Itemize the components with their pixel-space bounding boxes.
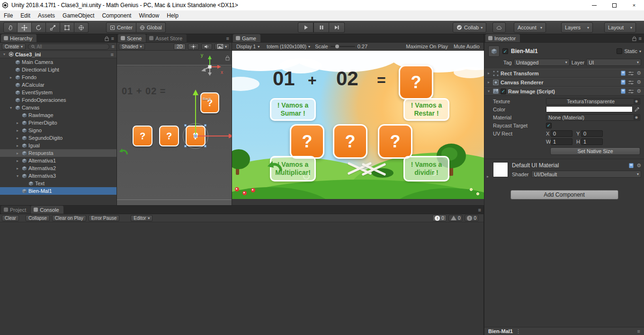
rotate-tool-button[interactable]: [32, 22, 46, 33]
fold-arrow[interactable]: ▾: [486, 89, 491, 93]
fold-arrow[interactable]: ▸: [15, 136, 20, 140]
help-book-icon[interactable]: [621, 80, 626, 85]
preset-icon[interactable]: [628, 89, 634, 94]
gear-icon[interactable]: ⚙: [636, 88, 641, 94]
scene-effects-button[interactable]: ▾: [215, 44, 230, 50]
tag-dropdown[interactable]: Untagged ▾: [514, 59, 570, 66]
pause-button[interactable]: [313, 22, 329, 33]
layout-dropdown[interactable]: Layout ▾: [604, 22, 636, 33]
hierarchy-item[interactable]: RawImage: [0, 111, 116, 119]
hierarchy-item[interactable]: Bien-Mal1: [0, 187, 116, 195]
tab-console[interactable]: Console: [31, 206, 63, 214]
gear-icon[interactable]: ⚙: [636, 163, 641, 169]
minimize-button[interactable]: [584, 0, 604, 10]
lock-icon[interactable]: [632, 36, 636, 41]
pivot-toggle-button[interactable]: Center: [106, 22, 136, 33]
menu-item[interactable]: Help: [163, 10, 182, 21]
option-tile-button[interactable]: ?: [290, 124, 324, 159]
fold-arrow[interactable]: ▸: [15, 144, 20, 148]
shader-dropdown[interactable]: UI/Default ▾: [531, 171, 641, 178]
scene-viewport[interactable]: 01 + 02 = ? Back ? ? ?: [117, 51, 232, 205]
rect-handle[interactable]: [184, 145, 187, 147]
scene-orientation-gizmo[interactable]: y x: [196, 53, 224, 81]
component-enabled-checkbox[interactable]: ✓: [501, 89, 506, 94]
menu-item[interactable]: File: [0, 10, 17, 21]
scene-audio-button[interactable]: [201, 44, 212, 50]
layers-dropdown[interactable]: Layers ▾: [561, 22, 593, 33]
color-swatch[interactable]: [546, 106, 633, 112]
hierarchy-item[interactable]: ▾ Alternativa3: [0, 172, 116, 180]
game-back-button[interactable]: [266, 160, 282, 174]
option-tile-button[interactable]: ?: [378, 124, 412, 159]
static-dropdown[interactable]: Static ▾: [617, 48, 641, 54]
texture-object-field[interactable]: TexturaTransparente ◉: [546, 98, 640, 105]
rect-handle[interactable]: [204, 124, 206, 127]
preview-drag-handle[interactable]: ≡: [637, 328, 640, 334]
resolution-dropdown[interactable]: totem (1920x1080) ▾: [264, 44, 313, 50]
move-tool-button[interactable]: [18, 22, 32, 33]
info-filter-toggle[interactable]: ! 0: [432, 215, 447, 221]
preset-icon[interactable]: [628, 80, 634, 85]
add-component-button[interactable]: Add Component: [510, 190, 618, 199]
collapse-toggle[interactable]: Collapse: [26, 215, 50, 221]
raycast-checkbox[interactable]: ✓: [546, 123, 552, 128]
gameobject-name[interactable]: Bien-Mal1: [511, 48, 538, 54]
uv-w-field[interactable]: 1: [551, 138, 572, 145]
gear-icon[interactable]: ⚙: [636, 70, 641, 76]
collab-button[interactable]: Collab ▾: [453, 22, 486, 33]
hierarchy-item[interactable]: ▸ SegundoDigito: [0, 134, 116, 142]
hierarchy-item[interactable]: ACalcular: [0, 81, 116, 89]
tab-game[interactable]: Game: [233, 34, 260, 42]
transform-tool-button[interactable]: [74, 22, 89, 33]
canvas-renderer-header[interactable]: ▸ Canvas Renderer ⚙: [484, 78, 644, 87]
fold-arrow[interactable]: ▸: [15, 151, 20, 155]
scale-tool-button[interactable]: [46, 22, 60, 33]
hierarchy-search-input[interactable]: [36, 44, 106, 49]
display-dropdown[interactable]: Display 1 ▾: [234, 44, 262, 50]
lock-icon[interactable]: [105, 36, 109, 41]
hierarchy-sort-icon[interactable]: ≡: [112, 44, 115, 49]
gizmo-lock-icon[interactable]: [225, 55, 230, 62]
panel-menu-icon[interactable]: ≡: [478, 207, 481, 213]
move-gizmo-y-axis[interactable]: [195, 95, 196, 136]
panel-menu-icon[interactable]: ≡: [639, 36, 642, 41]
fold-arrow[interactable]: ▸: [15, 159, 20, 163]
clear-button[interactable]: Clear: [2, 215, 19, 221]
account-dropdown[interactable]: Account ▾: [514, 22, 546, 33]
tab-inspector[interactable]: Inspector: [485, 34, 520, 42]
menu-item[interactable]: Component: [98, 10, 135, 21]
fold-arrow[interactable]: ▾: [2, 52, 7, 56]
scale-slider[interactable]: [331, 46, 355, 47]
rect-transform-header[interactable]: ▸ Rect Transform ⚙: [484, 69, 644, 78]
fold-arrow[interactable]: ▸: [486, 80, 491, 84]
uv-y-field[interactable]: 0: [581, 130, 603, 137]
step-button[interactable]: [329, 22, 345, 33]
scene-menu-icon[interactable]: ≡: [111, 52, 116, 57]
create-button[interactable]: Create ▾: [2, 44, 26, 50]
active-checkbox[interactable]: ✓: [502, 48, 508, 54]
hierarchy-item[interactable]: ▸ Signo: [0, 127, 116, 134]
panel-menu-icon[interactable]: ≡: [226, 36, 229, 41]
rect-handle[interactable]: [184, 124, 187, 127]
shading-mode-dropdown[interactable]: Shaded ▾: [119, 44, 145, 50]
tab-hierarchy[interactable]: Hierarchy: [1, 34, 36, 42]
object-picker-icon[interactable]: ◉: [634, 99, 639, 104]
restar-button[interactable]: ! Vamos a Restar !: [403, 98, 449, 121]
rect-handle[interactable]: [204, 145, 206, 147]
hierarchy-item[interactable]: Text: [0, 180, 116, 187]
fold-arrow[interactable]: ▸: [486, 71, 491, 75]
help-book-icon[interactable]: [629, 163, 634, 168]
fold-arrow[interactable]: ▾: [9, 106, 13, 110]
fold-arrow[interactable]: ▾: [15, 174, 20, 178]
panel-menu-icon[interactable]: ≡: [111, 36, 114, 41]
error-pause-toggle[interactable]: Error Pause: [89, 215, 119, 221]
console-log-area[interactable]: [0, 222, 483, 335]
hierarchy-item[interactable]: ▸ Alternativa1: [0, 157, 116, 164]
hierarchy-item[interactable]: ▸ Respuesta: [0, 149, 116, 157]
hierarchy-item[interactable]: FondoOperaciones: [0, 96, 116, 104]
fold-arrow[interactable]: ▸: [15, 121, 20, 125]
close-button[interactable]: ×: [624, 0, 644, 10]
material-thumbnail[interactable]: [493, 162, 508, 177]
uv-h-field[interactable]: 1: [581, 138, 603, 145]
layer-dropdown[interactable]: UI ▾: [586, 59, 641, 66]
